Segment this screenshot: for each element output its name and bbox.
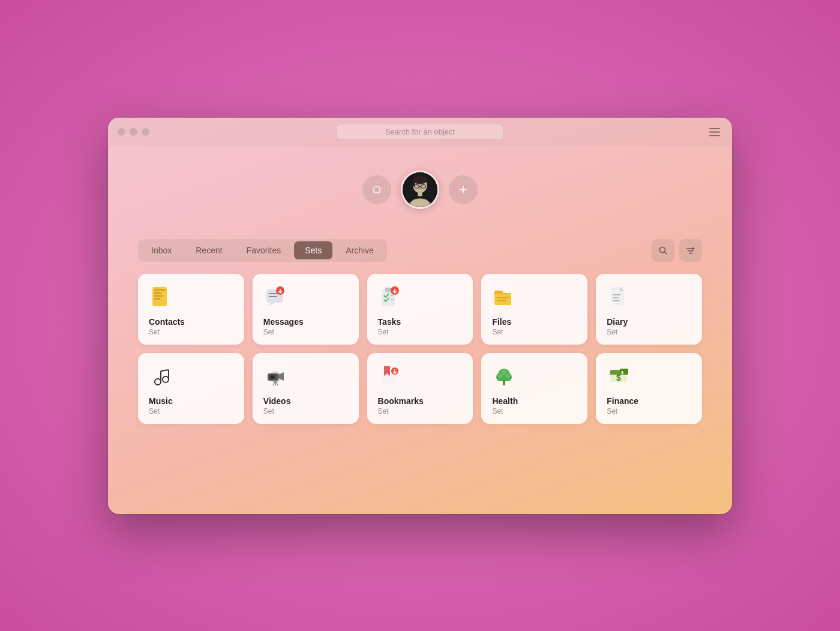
card-tasks[interactable]: Tasks Set bbox=[367, 274, 473, 345]
back-button[interactable] bbox=[362, 175, 391, 204]
svg-point-70 bbox=[505, 373, 510, 378]
music-icon bbox=[149, 364, 173, 388]
card-health[interactable]: Health Set bbox=[481, 353, 587, 424]
tasks-icon bbox=[378, 285, 402, 309]
main-content: Inbox Recent Favorites Sets Archive bbox=[108, 146, 732, 514]
contacts-icon bbox=[149, 285, 173, 309]
svg-rect-31 bbox=[391, 295, 394, 296]
traffic-lights bbox=[118, 128, 149, 136]
svg-rect-32 bbox=[391, 299, 394, 300]
tab-actions bbox=[652, 239, 702, 262]
close-btn[interactable] bbox=[118, 128, 125, 136]
bookmarks-name: Bookmarks bbox=[378, 396, 463, 406]
maximize-btn[interactable] bbox=[142, 128, 149, 136]
files-type: Set bbox=[492, 328, 577, 336]
tabs: Inbox Recent Favorites Sets Archive bbox=[138, 239, 387, 262]
svg-line-14 bbox=[665, 252, 667, 254]
svg-text:$: $ bbox=[621, 370, 624, 375]
card-messages[interactable]: Messages Set bbox=[253, 274, 359, 345]
svg-rect-41 bbox=[613, 294, 621, 295]
svg-point-44 bbox=[155, 379, 161, 385]
messages-icon bbox=[263, 285, 287, 309]
card-files[interactable]: Files Set bbox=[481, 274, 587, 345]
diary-name: Diary bbox=[607, 317, 691, 327]
svg-point-69 bbox=[498, 373, 503, 378]
health-type: Set bbox=[492, 407, 577, 415]
card-music[interactable]: Music Set bbox=[138, 353, 244, 424]
videos-name: Videos bbox=[263, 396, 348, 406]
svg-point-54 bbox=[271, 376, 274, 378]
music-name: Music bbox=[149, 396, 233, 406]
svg-rect-26 bbox=[269, 296, 277, 297]
avatar-section bbox=[138, 146, 702, 239]
add-space-button[interactable] bbox=[449, 175, 478, 204]
card-finance[interactable]: $ $ Finance Set bbox=[596, 353, 702, 424]
finance-name: Finance bbox=[607, 396, 691, 406]
tab-archive[interactable]: Archive bbox=[335, 241, 385, 259]
tab-favorites[interactable]: Favorites bbox=[236, 241, 292, 259]
sets-grid: Contacts Set Messa bbox=[138, 274, 702, 424]
files-name: Files bbox=[492, 317, 577, 327]
svg-rect-39 bbox=[497, 300, 506, 301]
app-window: Inbox Recent Favorites Sets Archive bbox=[108, 118, 732, 514]
svg-rect-20 bbox=[154, 292, 161, 294]
diary-icon bbox=[607, 285, 631, 309]
svg-rect-0 bbox=[374, 187, 380, 193]
health-name: Health bbox=[492, 396, 577, 406]
contacts-type: Set bbox=[149, 328, 233, 336]
svg-rect-19 bbox=[154, 289, 165, 291]
health-icon bbox=[492, 364, 516, 388]
bookmarks-type: Set bbox=[378, 407, 463, 415]
files-icon bbox=[492, 285, 516, 309]
avatar-image bbox=[403, 172, 437, 207]
tab-sets[interactable]: Sets bbox=[294, 241, 332, 259]
finance-type: Set bbox=[607, 407, 691, 415]
svg-point-8 bbox=[419, 187, 421, 189]
avatar[interactable] bbox=[401, 171, 439, 209]
svg-rect-30 bbox=[385, 288, 391, 292]
svg-rect-43 bbox=[613, 300, 620, 301]
card-videos[interactable]: Videos Set bbox=[253, 353, 359, 424]
finance-icon: $ $ bbox=[607, 364, 631, 388]
card-diary[interactable]: Diary Set bbox=[596, 274, 702, 345]
videos-icon bbox=[263, 364, 287, 388]
messages-type: Set bbox=[263, 328, 348, 336]
sort-button[interactable] bbox=[679, 239, 702, 262]
titlebar bbox=[108, 118, 732, 146]
bookmarks-icon bbox=[378, 364, 402, 388]
svg-rect-10 bbox=[418, 192, 422, 196]
tasks-type: Set bbox=[378, 328, 463, 336]
search-filter-button[interactable] bbox=[652, 239, 674, 262]
search-container bbox=[336, 124, 504, 140]
svg-rect-38 bbox=[497, 297, 509, 298]
svg-line-48 bbox=[161, 370, 169, 371]
svg-point-45 bbox=[163, 376, 169, 382]
diary-type: Set bbox=[607, 328, 691, 336]
videos-type: Set bbox=[263, 407, 348, 415]
tab-recent[interactable]: Recent bbox=[185, 241, 233, 259]
svg-rect-22 bbox=[154, 298, 160, 300]
minimize-btn[interactable] bbox=[130, 128, 137, 136]
tabs-row: Inbox Recent Favorites Sets Archive bbox=[138, 239, 702, 262]
svg-rect-37 bbox=[494, 294, 511, 305]
music-type: Set bbox=[149, 407, 233, 415]
messages-name: Messages bbox=[263, 317, 348, 327]
tasks-name: Tasks bbox=[378, 317, 463, 327]
tab-inbox[interactable]: Inbox bbox=[140, 241, 182, 259]
card-bookmarks[interactable]: Bookmarks Set bbox=[367, 353, 473, 424]
menu-button[interactable] bbox=[707, 125, 722, 139]
svg-rect-21 bbox=[154, 295, 163, 297]
contacts-name: Contacts bbox=[149, 317, 233, 327]
svg-rect-42 bbox=[613, 297, 619, 298]
search-input[interactable] bbox=[336, 124, 504, 140]
svg-marker-24 bbox=[268, 303, 275, 306]
card-contacts[interactable]: Contacts Set bbox=[138, 274, 244, 345]
